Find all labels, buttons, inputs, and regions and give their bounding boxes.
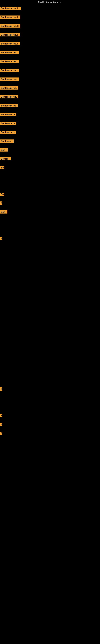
bottleneck-result-bar: Bo [0,192,4,196]
bottleneck-result-bar: B [0,423,2,426]
bottleneck-result-bar: Bottleneck re [0,122,16,125]
table-row: Bottleneck res [0,102,100,111]
table-row [0,456,100,465]
table-row [0,270,100,279]
table-row: B [0,430,100,438]
table-row: Bottleneck resu [0,84,100,93]
table-row: Bottleneck resul [0,40,100,49]
table-row [0,226,100,235]
site-title-bar: TheBottlenecker.com [0,0,100,5]
table-row: B [0,200,100,208]
table-row: Bottleneck resu [0,66,100,76]
table-row [0,465,100,474]
bottleneck-result-bar: Bo [0,166,4,169]
table-row [0,341,100,350]
table-row [0,571,100,580]
table-row [0,244,100,252]
table-row [0,332,100,341]
bottleneck-result-bar: Bottleneck resu [0,60,19,63]
table-row: Bottleneck result [0,22,100,31]
table-row: Bott [0,208,100,217]
bottleneck-result-bar: Bottlen [0,157,11,160]
table-row [0,492,100,500]
table-row: Bott [0,146,100,155]
table-row: Bottleneck resu [0,58,100,66]
table-row [0,376,100,386]
table-row: B [0,235,100,244]
table-row [0,483,100,492]
table-row [0,509,100,518]
table-row: Bottleneck resu [0,49,100,58]
bottleneck-result-bar: Bottleneck result [0,16,20,19]
bottleneck-result-bar: Bottleneck resu [0,51,19,54]
table-row: Bottleneck re [0,111,100,120]
bottleneck-result-bar: Bott [0,148,8,152]
table-row [0,173,100,182]
bottleneck-result-bar: Bottleneck re [0,130,16,134]
bottleneck-result-bar: Bottleneck res [0,104,18,107]
table-row: Bo [0,164,100,173]
bottleneck-result-bar: B [0,237,2,240]
table-row [0,562,100,571]
table-row [0,403,100,412]
table-row: Bottleneck re [0,120,100,128]
bottleneck-result-bar: Bottleneck result [0,7,21,10]
table-row: Bottleneck resu [0,76,100,84]
bottleneck-result-bar: Bottleneck resu [0,95,18,98]
table-row: B [0,386,100,394]
table-row [0,474,100,483]
table-row [0,217,100,226]
bottleneck-result-bar: Bottleneck re [0,113,16,116]
bottleneck-result-bar: Bottleneck resu [0,86,18,90]
table-row [0,182,100,190]
bottleneck-result-bar: Bottlenec [0,140,14,143]
table-row [0,500,100,509]
bottleneck-result-bar: Bottleneck resu [0,78,19,81]
table-row [0,438,100,448]
bottleneck-result-bar: Bottleneck resul [0,42,20,45]
table-row [0,306,100,314]
table-row [0,350,100,359]
table-row [0,616,100,624]
table-row: Bottleneck resul [0,31,100,40]
rows-container: Bottleneck resultBottleneck resultBottle… [0,5,100,624]
bottleneck-result-bar: Bottleneck resu [0,69,19,72]
bottleneck-result-bar: Bott [0,210,7,214]
bottleneck-result-bar: Bottleneck resul [0,33,20,36]
table-row: Bottleneck re [0,128,100,138]
table-row [0,607,100,616]
bottleneck-result-bar: Bottleneck result [0,24,20,28]
table-row [0,368,100,376]
table-row: Bottleneck result [0,5,100,14]
table-row [0,448,100,456]
table-row [0,554,100,562]
table-row [0,518,100,527]
table-row: B [0,421,100,430]
bottleneck-result-bar: B [0,414,2,417]
table-row: Bottlenec [0,138,100,146]
site-title: TheBottlenecker.com [38,1,62,4]
table-row [0,545,100,554]
table-row [0,394,100,403]
table-row: Bo [0,190,100,200]
table-row [0,359,100,368]
table-row [0,589,100,598]
table-row [0,324,100,332]
table-row [0,580,100,589]
bottleneck-result-bar: B [0,202,2,205]
table-row [0,536,100,545]
table-row: Bottleneck resu [0,93,100,102]
table-row [0,598,100,607]
table-row [0,527,100,536]
table-row [0,279,100,288]
table-row: Bottleneck result [0,14,100,22]
bottleneck-result-bar: B [0,432,2,435]
table-row [0,297,100,306]
table-row [0,262,100,270]
table-row [0,252,100,262]
table-row: Bottlen [0,155,100,164]
table-row: B [0,412,100,421]
table-row [0,314,100,324]
table-row [0,288,100,297]
bottleneck-result-bar: B [0,388,2,391]
